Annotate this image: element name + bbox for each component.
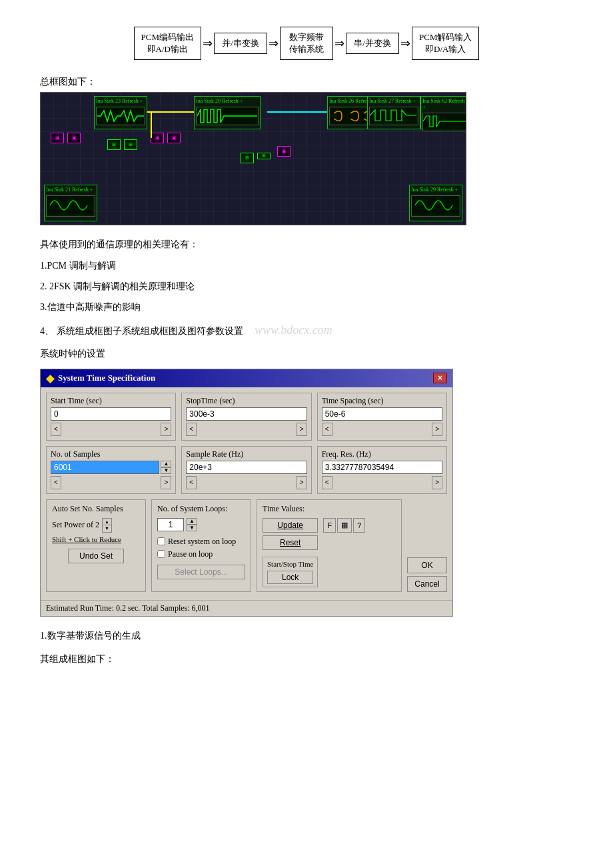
svg-rect-5 <box>47 196 93 215</box>
body-text-5: 4、 系统组成框图子系统组成框图及图符参数设置 www.bdocx.com <box>40 319 586 341</box>
dialog-row-1: Start Time (sec) < > StopTime (sec) < <box>46 393 447 441</box>
ok-button[interactable]: OK <box>407 557 447 573</box>
loops-title: No. of System Loops: <box>157 504 245 514</box>
stop-time-slider-row: < > <box>186 423 306 436</box>
pause-loop-checkbox[interactable] <box>157 550 165 558</box>
reset-system-checkbox[interactable] <box>157 537 165 545</box>
circuit-diagram: Ina Sink 23 Refresh + Ina Sink 20 Refres… <box>40 92 466 225</box>
system-time-dialog: ◆ System Time Specification × Start Time… <box>40 369 453 617</box>
shift-click-text[interactable]: Shift + Click to Reduce <box>52 535 140 543</box>
digital-band-block: 数字频带 传输系统 <box>280 27 333 60</box>
start-time-input[interactable] <box>51 407 171 421</box>
pcm-encode-block: PCM编码输出 即A/D输出 <box>134 27 201 60</box>
time-spacing-label: Time Spacing (sec) <box>322 396 442 406</box>
ok-cancel-column: OK Cancel <box>407 499 447 592</box>
time-spacing-left-btn[interactable]: < <box>322 423 332 436</box>
freq-res-group: Freq. Res. (Hz) < > <box>317 446 447 494</box>
sample-rate-label: Sample Rate (Hz) <box>186 449 306 459</box>
select-loops-button[interactable]: Select Loops... <box>157 565 245 579</box>
freq-res-right-btn[interactable]: > <box>432 476 442 489</box>
set-power-row: Set Power of 2 ▲ ▼ <box>52 518 140 533</box>
loops-down-btn[interactable]: ▼ <box>187 525 197 531</box>
time-spacing-input[interactable] <box>322 407 442 421</box>
f-icon-button[interactable]: F <box>323 518 336 533</box>
question-icon-button[interactable]: ? <box>353 518 365 533</box>
start-time-input-row <box>51 407 171 421</box>
sample-rate-input-row <box>186 461 306 474</box>
tv-buttons: Update Reset Start/Stop Time Lock <box>263 518 318 587</box>
reset-button[interactable]: Reset <box>263 535 318 550</box>
arrow-4: ⇒ <box>399 36 412 51</box>
undo-set-button[interactable]: Undo Set <box>68 549 124 563</box>
time-values-box: Time Values: Update Reset Start/Stop Tim… <box>257 499 402 592</box>
lock-button[interactable]: Lock <box>267 571 313 584</box>
sample-rate-right-btn[interactable]: > <box>297 476 307 489</box>
dialog-title-text: System Time Specification <box>58 373 155 383</box>
pause-loop-row: Pause on loop <box>157 549 245 559</box>
sample-rate-slider-row: < > <box>186 476 306 489</box>
set-power-spin[interactable]: ▲ ▼ <box>102 518 112 533</box>
start-time-right-btn[interactable]: > <box>161 423 171 436</box>
freq-res-left-btn[interactable]: < <box>322 476 332 489</box>
system-loops-box: No. of System Loops: ▲ ▼ Reset system on… <box>151 499 251 592</box>
no-samples-input[interactable] <box>51 461 159 474</box>
pause-loop-label: Pause on loop <box>168 549 213 559</box>
freq-res-label: Freq. Res. (Hz) <box>322 449 442 459</box>
arrow-1: ⇒ <box>201 36 214 51</box>
dialog-body: Start Time (sec) < > StopTime (sec) < <box>41 387 452 600</box>
no-samples-down-btn[interactable]: ▼ <box>161 467 171 474</box>
loops-input-row: ▲ ▼ <box>157 518 245 531</box>
no-samples-slider-row: < > <box>51 476 171 489</box>
cancel-button[interactable]: Cancel <box>407 576 447 592</box>
tv-icon-row: F ▦ ? <box>323 518 365 533</box>
reset-system-row: Reset system on loop <box>157 537 245 547</box>
body-text-3: 2. 2FSK 调制与解调的相关原理和理论 <box>40 278 586 295</box>
start-time-group: Start Time (sec) < > <box>46 393 176 441</box>
dialog-row-2: No. of Samples ▲ ▼ < > Sample Rate (Hz) <box>46 446 447 494</box>
arrow-3: ⇒ <box>333 36 346 51</box>
dialog-footer: Estimated Run Time: 0.2 sec. Total Sampl… <box>41 600 452 616</box>
time-spacing-right-btn[interactable]: > <box>432 423 442 436</box>
loops-up-btn[interactable]: ▲ <box>187 518 197 525</box>
freq-res-input-row <box>322 461 442 474</box>
pcm-decode-block: PCM解码输入 即D/A输入 <box>412 27 479 60</box>
body-text-6: 系统时钟的设置 <box>40 345 586 362</box>
dialog-close-button[interactable]: × <box>433 373 447 383</box>
dialog-title-left: ◆ System Time Specification <box>46 372 155 385</box>
no-samples-left-btn[interactable]: < <box>51 476 61 489</box>
stop-time-left-btn[interactable]: < <box>186 423 197 436</box>
bottom-text-2: 其组成框图如下： <box>40 651 586 667</box>
loops-input[interactable] <box>157 518 184 531</box>
sample-rate-left-btn[interactable]: < <box>186 476 197 489</box>
section-title: 总框图如下： <box>40 76 586 88</box>
ser-par-block: 串/并变换 <box>346 33 399 54</box>
svg-rect-6 <box>412 196 458 215</box>
no-samples-input-row: ▲ ▼ <box>51 461 171 474</box>
set-power-down-btn[interactable]: ▼ <box>103 525 111 532</box>
no-samples-right-btn[interactable]: > <box>161 476 171 489</box>
start-time-slider-row: < > <box>51 423 171 436</box>
update-button[interactable]: Update <box>263 518 318 533</box>
stop-time-right-btn[interactable]: > <box>297 423 307 436</box>
freq-res-slider-row: < > <box>322 476 442 489</box>
bottom-text-1: 1.数字基带源信号的生成 <box>40 627 586 644</box>
body-text-1: 具体使用到的通信原理的相关理论有： <box>40 236 586 253</box>
grid-icon-button[interactable]: ▦ <box>337 518 352 533</box>
body-text-2: 1.PCM 调制与解调 <box>40 257 586 274</box>
set-power-label: Set Power of 2 <box>52 520 99 530</box>
set-power-up-btn[interactable]: ▲ <box>103 519 111 525</box>
time-values-title: Time Values: <box>263 504 396 514</box>
freq-res-input[interactable] <box>322 461 442 474</box>
loops-spin: ▲ ▼ <box>187 518 197 531</box>
stop-time-label: StopTime (sec) <box>186 396 306 406</box>
stop-time-input-row <box>186 407 306 421</box>
sample-rate-input[interactable] <box>186 461 306 474</box>
watermark-text: www.bdocx.com <box>255 323 332 337</box>
no-samples-up-btn[interactable]: ▲ <box>161 461 171 467</box>
dialog-title-icon: ◆ <box>46 372 54 385</box>
stop-time-input[interactable] <box>186 407 306 421</box>
no-samples-spin: ▲ ▼ <box>161 461 171 474</box>
stop-time-group: StopTime (sec) < > <box>181 393 311 441</box>
block-diagram: PCM编码输出 即A/D输出 ⇒ 并/串变换 ⇒ 数字频带 传输系统 ⇒ 串/并… <box>27 27 586 60</box>
start-time-left-btn[interactable]: < <box>51 423 61 436</box>
